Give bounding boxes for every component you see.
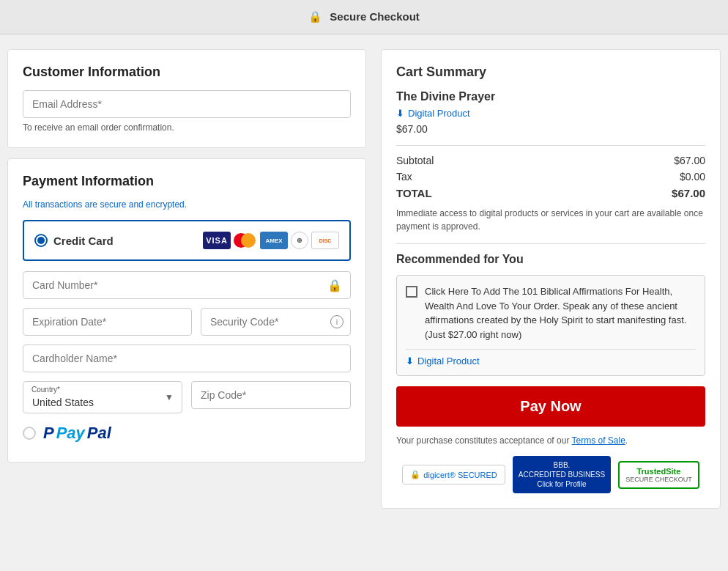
security-code-wrapper: i bbox=[201, 308, 351, 336]
country-zip-row: Country* United States Canada United Kin… bbox=[23, 381, 351, 413]
recommended-check-row: Click Here To Add The 101 Biblical Affir… bbox=[406, 284, 696, 342]
header-title: Secure Checkout bbox=[330, 10, 420, 23]
email-input[interactable] bbox=[23, 90, 351, 118]
bbb-badge: BBB. ACCREDITED BUSINESS Click for Profi… bbox=[513, 456, 611, 493]
expiration-input[interactable] bbox=[23, 308, 192, 336]
access-note: Immediate access to digital products or … bbox=[396, 207, 705, 233]
customer-info-heading: Customer Information bbox=[23, 65, 351, 80]
rec-digital-tag: ⬇ Digital Product bbox=[406, 349, 696, 366]
country-select-wrapper: Country* United States Canada United Kin… bbox=[23, 381, 182, 413]
diners-icon: ⊕ bbox=[291, 232, 308, 249]
rec-digital-text: Digital Product bbox=[417, 356, 480, 366]
bbb-text-1: BBB. bbox=[519, 460, 605, 470]
card-lock-icon: 🔒 bbox=[327, 279, 342, 292]
digicert-lock-icon: 🔒 bbox=[410, 470, 420, 479]
visa-icon: VISA bbox=[203, 232, 231, 249]
credit-card-label-group: Credit Card bbox=[34, 234, 114, 247]
payment-info-heading: Payment Information bbox=[23, 174, 351, 189]
bbb-text-2: ACCREDITED BUSINESS bbox=[519, 470, 605, 479]
payment-info-card: Payment Information All transactions are… bbox=[7, 158, 366, 463]
security-code-input[interactable] bbox=[201, 308, 351, 336]
card-number-input[interactable] bbox=[23, 271, 351, 299]
trust-badges: 🔒 digicert® SECURED BBB. ACCREDITED BUSI… bbox=[396, 456, 705, 493]
credit-card-option[interactable]: Credit Card VISA AMEX ⊕ DISC bbox=[23, 220, 351, 261]
tax-label: Tax bbox=[396, 171, 412, 183]
cardholder-name-input[interactable] bbox=[23, 345, 351, 372]
terms-suffix: . bbox=[625, 435, 628, 446]
tax-row: Tax $0.00 bbox=[396, 171, 705, 183]
credit-card-radio[interactable] bbox=[34, 234, 48, 247]
paypal-radio[interactable] bbox=[23, 427, 36, 440]
mastercard-icon bbox=[234, 233, 257, 248]
recommended-heading: Recommended for You bbox=[396, 253, 705, 266]
bbb-text-3: Click for Profile bbox=[519, 479, 605, 489]
subtotal-label: Subtotal bbox=[396, 155, 434, 166]
left-panel: Customer Information To receive an email… bbox=[7, 49, 366, 463]
zip-code-input[interactable] bbox=[191, 381, 351, 409]
digital-product-tag: ⬇ Digital Product bbox=[396, 108, 705, 119]
country-label: Country* bbox=[31, 386, 60, 394]
rec-download-icon: ⬇ bbox=[406, 356, 414, 366]
digital-tag-text: Digital Product bbox=[408, 108, 470, 119]
right-panel: Cart Summary The Divine Prayer ⬇ Digital… bbox=[381, 49, 721, 509]
paypal-p-blue: P bbox=[43, 424, 54, 443]
radio-inner bbox=[37, 237, 45, 244]
lock-icon: 🔒 bbox=[308, 10, 322, 23]
expiry-security-row: i bbox=[23, 308, 351, 336]
trusted-site-text: TrustedSite bbox=[625, 467, 692, 476]
paypal-pal: Pal bbox=[87, 424, 111, 443]
product-price: $67.00 bbox=[396, 123, 705, 135]
download-icon: ⬇ bbox=[396, 108, 404, 119]
recommended-text: Click Here To Add The 101 Biblical Affir… bbox=[425, 284, 696, 342]
cart-summary-heading: Cart Summary bbox=[396, 65, 705, 80]
recommended-checkbox[interactable] bbox=[406, 286, 417, 298]
amex-icon: AMEX bbox=[260, 232, 288, 249]
paypal-logo: PPayPal bbox=[43, 424, 111, 443]
discover-icon: DISC bbox=[311, 232, 339, 249]
total-label: TOTAL bbox=[396, 187, 432, 199]
divider-1 bbox=[396, 145, 705, 146]
total-value: $67.00 bbox=[672, 187, 705, 199]
trustedsite-badge: TrustedSite SECURE CHECKOUT bbox=[618, 461, 699, 489]
digicert-badge: 🔒 digicert® SECURED bbox=[402, 465, 505, 485]
main-container: Customer Information To receive an email… bbox=[0, 34, 728, 523]
divider-2 bbox=[396, 243, 705, 244]
digicert-text: digicert® SECURED bbox=[423, 471, 497, 479]
card-icons: VISA AMEX ⊕ DISC bbox=[203, 232, 339, 249]
paypal-p-light: Pay bbox=[56, 424, 85, 443]
terms-of-sale-link[interactable]: Terms of Sale bbox=[572, 435, 625, 446]
terms-text: Your purchase constitutes acceptance of … bbox=[396, 435, 705, 446]
zip-wrapper bbox=[191, 381, 351, 413]
subtotal-row: Subtotal $67.00 bbox=[396, 155, 705, 166]
card-number-wrapper: 🔒 bbox=[23, 271, 351, 299]
terms-prefix: Your purchase constitutes acceptance of … bbox=[396, 435, 572, 446]
subtotal-value: $67.00 bbox=[674, 155, 705, 166]
secure-checkout-text: SECURE CHECKOUT bbox=[625, 476, 692, 483]
secure-checkout-header: 🔒 Secure Checkout bbox=[0, 0, 728, 34]
product-title: The Divine Prayer bbox=[396, 90, 705, 103]
pay-now-button[interactable]: Pay Now bbox=[396, 386, 705, 427]
customer-info-card: Customer Information To receive an email… bbox=[7, 49, 366, 148]
security-info-icon[interactable]: i bbox=[330, 315, 343, 328]
credit-card-text: Credit Card bbox=[53, 235, 114, 247]
recommended-box: Click Here To Add The 101 Biblical Affir… bbox=[396, 275, 705, 376]
paypal-option[interactable]: PPayPal bbox=[23, 413, 351, 447]
email-hint: To receive an email order confirmation. bbox=[23, 122, 351, 133]
tax-value: $0.00 bbox=[680, 171, 705, 183]
payment-secure-text: All transactions are secure and encrypte… bbox=[23, 199, 351, 210]
total-row: TOTAL $67.00 bbox=[396, 187, 705, 199]
